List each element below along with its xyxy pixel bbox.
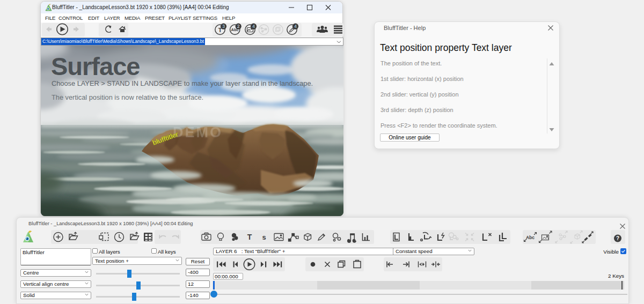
svg-text:4: 4 [252,24,255,29]
svg-text:T: T [247,233,252,241]
svg-text:Abc: Abc [526,235,535,240]
svg-text:3: 3 [222,24,225,29]
svg-text:Choose LAYER > STAND IN LANDSC: Choose LAYER > STAND IN LANDSCAPE to mak… [52,79,313,87]
svg-text:s: s [262,233,266,241]
svg-text:Surface: Surface [51,52,140,80]
svg-text:The vertical position is now r: The vertical position is now relative to… [52,93,203,101]
svg-text:DEMO: DEMO [173,124,223,140]
svg-text:?: ? [616,235,619,241]
svg-text:4: 4 [294,24,297,29]
svg-text:2: 2 [237,24,240,29]
